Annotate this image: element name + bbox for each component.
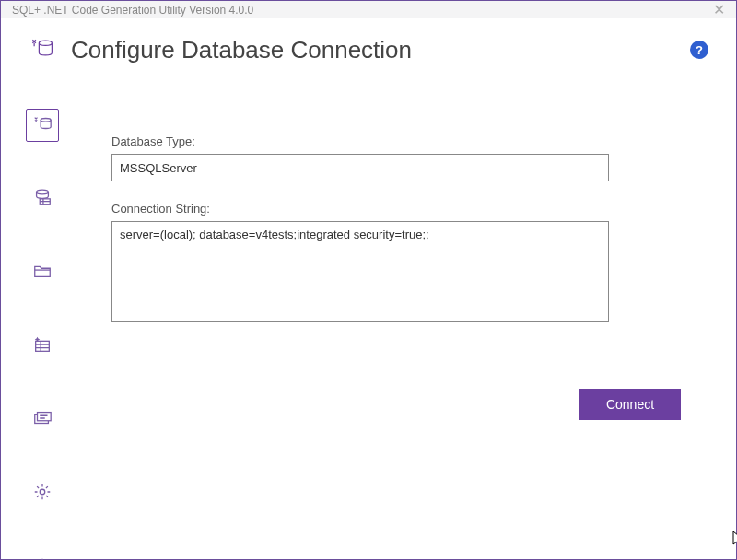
connect-button[interactable]: Connect (579, 389, 681, 420)
list-sparkle-icon (32, 334, 53, 358)
sidebar-item-list[interactable] (26, 330, 59, 363)
gear-icon (32, 482, 53, 506)
page-header: Configure Database Connection ? (1, 18, 736, 79)
sidebar-item-database[interactable] (26, 182, 59, 216)
mouse-cursor-icon (732, 531, 737, 549)
svg-rect-6 (38, 413, 52, 421)
db-type-input[interactable] (111, 154, 609, 181)
card-icon (32, 408, 53, 432)
download-icon (32, 555, 53, 560)
window-title: SQL+ .NET Code Generation Utility Versio… (12, 4, 253, 17)
database-table-icon (32, 187, 53, 211)
svg-rect-4 (36, 341, 50, 351)
connection-string-input[interactable] (111, 221, 609, 322)
body: Database Type: Connection String: Connec… (1, 79, 736, 560)
main-panel: Database Type: Connection String: Connec… (84, 79, 736, 560)
sidebar-item-card[interactable] (26, 403, 59, 437)
title-bar: SQL+ .NET Code Generation Utility Versio… (1, 1, 736, 18)
help-icon[interactable]: ? (690, 41, 708, 59)
connection-string-label: Connection String: (111, 202, 681, 216)
db-type-label: Database Type: (111, 134, 681, 148)
app-window: SQL+ .NET Code Generation Utility Versio… (0, 0, 737, 560)
sidebar-item-connection[interactable] (26, 109, 59, 142)
plug-database-header-icon (29, 35, 54, 64)
svg-point-1 (41, 119, 51, 122)
folder-icon (32, 261, 53, 285)
svg-point-0 (39, 41, 52, 45)
sidebar (1, 79, 84, 560)
svg-point-7 (40, 489, 45, 495)
sidebar-item-download[interactable] (26, 551, 59, 560)
svg-point-2 (37, 190, 49, 194)
close-icon[interactable]: ✕ (713, 1, 725, 18)
plug-database-icon (32, 113, 53, 137)
sidebar-item-folder[interactable] (26, 256, 59, 289)
page-title: Configure Database Connection (71, 36, 412, 64)
sidebar-item-settings[interactable] (26, 477, 59, 510)
